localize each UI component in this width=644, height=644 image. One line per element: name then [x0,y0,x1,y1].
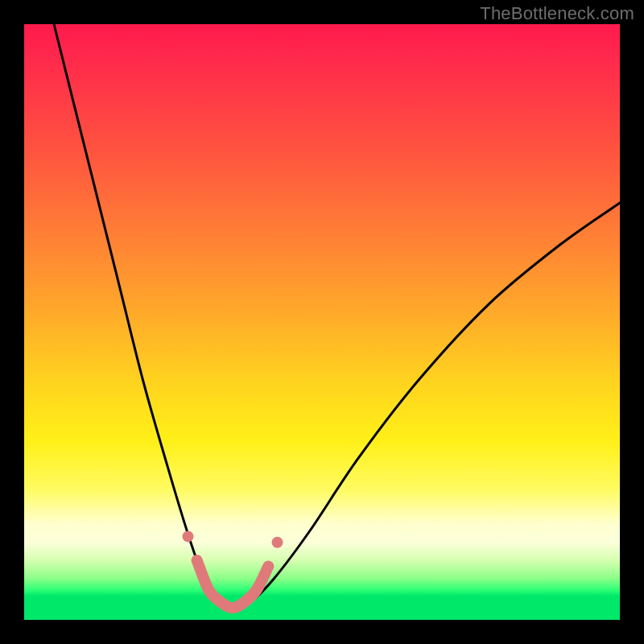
highlight-dot [272,537,283,548]
plot-area [24,24,620,620]
bottleneck-curve [54,24,620,608]
watermark-text: TheBottleneck.com [480,3,634,24]
highlight-segment-line [197,560,269,608]
chart-frame: TheBottleneck.com [0,0,644,644]
highlight-dots [183,530,283,547]
highlight-dot [183,530,194,542]
bottleneck-curve-svg [24,24,620,620]
